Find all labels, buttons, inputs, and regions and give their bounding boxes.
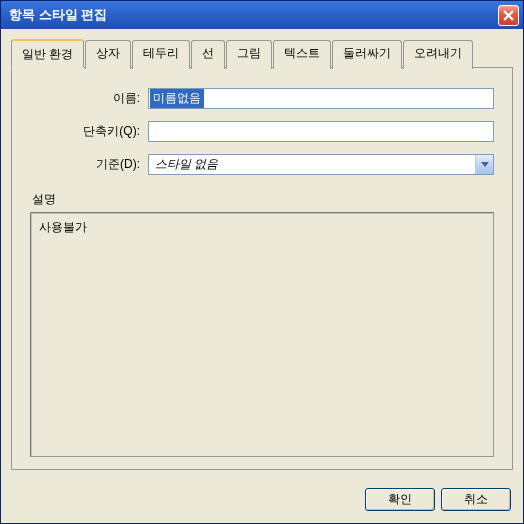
chevron-down-icon xyxy=(481,162,489,168)
tab-line[interactable]: 선 xyxy=(191,40,225,69)
tab-box[interactable]: 상자 xyxy=(85,40,131,69)
description-text: 사용불가 xyxy=(39,220,87,234)
base-select[interactable]: 스타일 없음 xyxy=(148,154,494,175)
close-button[interactable] xyxy=(498,5,519,26)
name-value-selected: 미름없음 xyxy=(150,89,204,108)
tab-picture[interactable]: 그림 xyxy=(226,40,272,69)
dialog-window: 항목 스타일 편집 일반 환경 상자 테두리 선 그림 텍스트 둘러싸기 오려내… xyxy=(0,0,524,524)
shortcut-input[interactable] xyxy=(148,121,494,142)
tab-border[interactable]: 테두리 xyxy=(132,40,190,69)
tab-clip[interactable]: 오려내기 xyxy=(403,40,473,69)
name-input-wrap[interactable]: 미름없음 xyxy=(148,88,494,109)
base-value: 스타일 없음 xyxy=(155,156,218,173)
titlebar: 항목 스타일 편집 xyxy=(1,1,523,29)
name-label: 이름: xyxy=(30,90,148,107)
cancel-button[interactable]: 취소 xyxy=(441,488,511,511)
tab-text[interactable]: 텍스트 xyxy=(273,40,331,69)
tab-panel: 이름: 미름없음 단축키(Q): 기준(D): 스타일 없음 xyxy=(11,67,513,470)
button-row: 확인 취소 xyxy=(1,478,523,523)
ok-button[interactable]: 확인 xyxy=(365,488,435,511)
row-shortcut: 단축키(Q): xyxy=(30,121,494,142)
tab-strip: 일반 환경 상자 테두리 선 그림 텍스트 둘러싸기 오려내기 xyxy=(11,39,513,68)
tab-general[interactable]: 일반 환경 xyxy=(11,39,84,68)
window-title: 항목 스타일 편집 xyxy=(9,6,498,24)
row-base: 기준(D): 스타일 없음 xyxy=(30,154,494,175)
description-box: 사용불가 xyxy=(30,212,494,457)
base-label: 기준(D): xyxy=(30,156,148,173)
base-dropdown-button[interactable] xyxy=(475,155,493,174)
content-area: 일반 환경 상자 테두리 선 그림 텍스트 둘러싸기 오려내기 이름: 미름없음… xyxy=(1,29,523,478)
tab-wrap[interactable]: 둘러싸기 xyxy=(332,40,402,69)
shortcut-label: 단축키(Q): xyxy=(30,123,148,140)
close-icon xyxy=(503,10,514,21)
row-name: 이름: 미름없음 xyxy=(30,88,494,109)
description-label: 설명 xyxy=(32,191,494,208)
